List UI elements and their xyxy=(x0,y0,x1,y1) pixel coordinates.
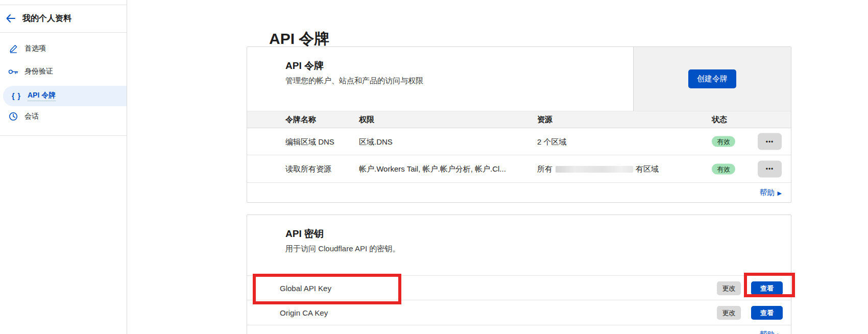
clock-icon xyxy=(8,112,19,121)
sidebar-divider xyxy=(0,135,127,136)
token-permissions: 区域.DNS xyxy=(359,128,393,155)
create-token-panel: 创建令牌 xyxy=(633,47,791,111)
column-header-resources: 资源 xyxy=(537,111,552,128)
braces-icon: { } xyxy=(11,92,22,100)
back-button[interactable] xyxy=(4,12,17,25)
more-actions-button[interactable]: ••• xyxy=(758,133,782,150)
sidebar-item-label: 身份验证 xyxy=(25,67,53,76)
token-permissions: 帐户.Workers Tail, 帐户.帐户分析, 帐户.Cl... xyxy=(359,155,506,183)
sidebar-header: 我的个人资料 xyxy=(0,10,127,27)
token-resources: 所有有区域 xyxy=(537,155,659,183)
change-key-button[interactable]: 更改 xyxy=(717,281,741,295)
triangle-right-icon: ▶ xyxy=(778,190,782,196)
view-key-button[interactable]: 查看 xyxy=(751,281,783,295)
sidebar-item-label: 首选项 xyxy=(25,44,46,53)
help-link[interactable]: 帮助▶ xyxy=(760,188,782,198)
api-key-row-global: Global API Key 更改 查看 xyxy=(247,275,791,300)
api-keys-card: API 密钥 用于访问 Cloudflare API 的密钥。 Global A… xyxy=(247,214,791,334)
triangle-right-icon: ▶ xyxy=(778,332,782,334)
api-key-name: Global API Key xyxy=(280,276,331,301)
token-resources: 2 个区域 xyxy=(537,128,567,155)
sidebar-item-sessions[interactable]: 会话 xyxy=(0,108,127,125)
api-key-row-origin-ca: Origin CA Key 更改 查看 xyxy=(247,300,791,325)
table-row: 读取所有资源 帐户.Workers Tail, 帐户.帐户分析, 帐户.Cl..… xyxy=(247,155,791,183)
sidebar-title: 我的个人资料 xyxy=(22,13,71,24)
api-tokens-card: API 令牌 管理您的帐户、站点和产品的访问与权限 创建令牌 令牌名称 权限 资… xyxy=(247,46,791,203)
sidebar-item-preferences[interactable]: 首选项 xyxy=(0,40,127,57)
sidebar-item-label: 会话 xyxy=(25,112,39,121)
arrow-left-icon xyxy=(6,14,16,23)
api-key-name: Origin CA Key xyxy=(280,300,328,325)
ellipsis-icon: ••• xyxy=(766,138,774,145)
more-actions-button[interactable]: ••• xyxy=(758,160,782,177)
sidebar-divider xyxy=(0,32,127,33)
sidebar-item-label: API 令牌 xyxy=(28,91,56,101)
column-header-token-name: 令牌名称 xyxy=(285,111,316,128)
redacted-text-block xyxy=(556,166,633,173)
ellipsis-icon: ••• xyxy=(766,165,774,173)
status-badge: 有效 xyxy=(712,136,735,147)
view-key-button[interactable]: 查看 xyxy=(751,306,783,320)
token-name: 读取所有资源 xyxy=(285,155,331,183)
table-row: 编辑区域 DNS 区域.DNS 2 个区域 有效 ••• xyxy=(247,128,791,155)
card-subtitle: 管理您的帐户、站点和产品的访问与权限 xyxy=(285,76,423,86)
pencil-icon xyxy=(8,44,19,53)
card-subtitle: 用于访问 Cloudflare API 的密钥。 xyxy=(285,244,400,254)
token-name: 编辑区域 DNS xyxy=(285,128,334,155)
create-token-button[interactable]: 创建令牌 xyxy=(688,69,736,88)
sidebar: 我的个人资料 首选项 身份验证 { } xyxy=(0,0,127,334)
card-footer: 帮助▶ xyxy=(247,183,791,202)
sidebar-item-api-tokens[interactable]: { } API 令牌 xyxy=(3,86,127,106)
column-header-status: 状态 xyxy=(712,111,727,128)
key-icon xyxy=(8,68,19,75)
status-badge: 有效 xyxy=(712,163,735,174)
sidebar-item-authentication[interactable]: 身份验证 xyxy=(0,63,127,80)
card-footer: 帮助▶ xyxy=(247,325,791,334)
token-table-header: 令牌名称 权限 资源 状态 xyxy=(247,111,791,128)
sidebar-top-divider xyxy=(0,5,127,5)
column-header-permissions: 权限 xyxy=(359,111,374,128)
help-link[interactable]: 帮助▶ xyxy=(760,330,782,334)
change-key-button[interactable]: 更改 xyxy=(717,306,741,320)
profile-api-tokens-page: 我的个人资料 首选项 身份验证 { } xyxy=(0,0,868,334)
card-title: API 令牌 xyxy=(285,59,324,73)
card-title: API 密钥 xyxy=(285,227,324,241)
